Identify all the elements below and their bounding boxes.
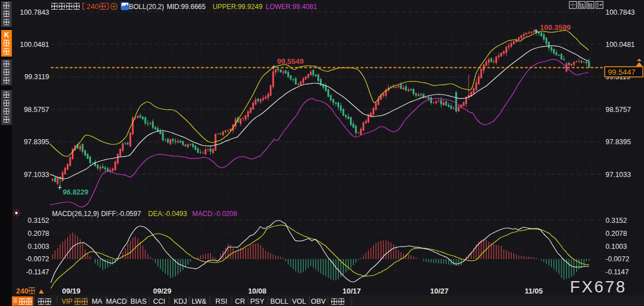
svg-text:10/17: 10/17: [343, 287, 361, 295]
svg-text:99.3119: 99.3119: [24, 73, 49, 81]
svg-text:CCI: CCI: [153, 298, 166, 305]
svg-text:99.5549: 99.5549: [277, 57, 304, 66]
svg-text:09/19: 09/19: [62, 287, 81, 295]
svg-text:0.3152: 0.3152: [28, 217, 49, 225]
svg-text:100.0481: 100.0481: [606, 41, 635, 49]
svg-text:BOLL(20,2): BOLL(20,2): [129, 3, 164, 11]
svg-text:0.2078: 0.2078: [28, 230, 49, 238]
svg-text:97.1033: 97.1033: [24, 171, 49, 179]
svg-text:-0.0072: -0.0072: [606, 255, 629, 263]
svg-text:99.5447: 99.5447: [608, 68, 636, 76]
svg-text:PSY: PSY: [250, 298, 265, 305]
svg-text:-0.1147: -0.1147: [606, 268, 629, 276]
svg-text:CR: CR: [235, 298, 245, 305]
svg-text:KDJ: KDJ: [174, 298, 187, 305]
svg-text:97.8395: 97.8395: [24, 138, 49, 146]
svg-text:VIP: VIP: [62, 298, 72, 305]
svg-text:240: 240: [87, 2, 99, 11]
svg-text:10/08: 10/08: [248, 287, 267, 295]
svg-text:K: K: [4, 31, 9, 39]
svg-text:BIAS: BIAS: [131, 298, 147, 305]
svg-text:-0.0072: -0.0072: [25, 255, 49, 263]
svg-text:96.8229: 96.8229: [63, 188, 88, 196]
svg-text:BOLL: BOLL: [270, 298, 288, 305]
svg-text:0.1003: 0.1003: [28, 243, 49, 251]
svg-text:0.3152: 0.3152: [606, 217, 627, 225]
svg-text:97.8395: 97.8395: [606, 138, 631, 146]
svg-text:100.7843: 100.7843: [20, 8, 49, 16]
svg-text:LW&: LW&: [192, 298, 207, 305]
svg-text:MACD: MACD: [106, 298, 127, 305]
svg-text:100.7843: 100.7843: [606, 8, 635, 16]
svg-text:FX678: FX678: [570, 278, 626, 296]
svg-text:98.5757: 98.5757: [24, 106, 49, 114]
svg-text:OBV: OBV: [311, 298, 326, 305]
svg-text:0.2078: 0.2078: [606, 230, 627, 238]
svg-text:97.1033: 97.1033: [606, 171, 631, 179]
svg-text:09/29: 09/29: [153, 287, 172, 295]
svg-text:MA: MA: [92, 298, 102, 305]
svg-text:MACD(26,12,9) DIFF:-0.0597: MACD(26,12,9) DIFF:-0.0597: [52, 210, 141, 218]
svg-text:-0.1147: -0.1147: [26, 268, 49, 276]
svg-text:RSI: RSI: [215, 298, 227, 305]
svg-text:10/27: 10/27: [430, 287, 449, 295]
svg-text:UPPER:99.9249: UPPER:99.9249: [213, 3, 262, 11]
svg-text:MID:99.6665: MID:99.6665: [167, 3, 206, 11]
svg-text:240: 240: [16, 287, 29, 295]
svg-text:LOWER:99.4081: LOWER:99.4081: [266, 3, 317, 11]
svg-text:DEA:-0.0493: DEA:-0.0493: [148, 210, 187, 218]
svg-text:0.1003: 0.1003: [606, 243, 627, 251]
svg-text:11/05: 11/05: [525, 287, 543, 295]
svg-text:100.0481: 100.0481: [20, 41, 49, 49]
svg-text:MACD:-0.0208: MACD:-0.0208: [192, 210, 237, 218]
svg-text:100.3599: 100.3599: [540, 23, 570, 32]
svg-text:VOL: VOL: [292, 298, 306, 305]
svg-text:98.5757: 98.5757: [606, 106, 631, 114]
